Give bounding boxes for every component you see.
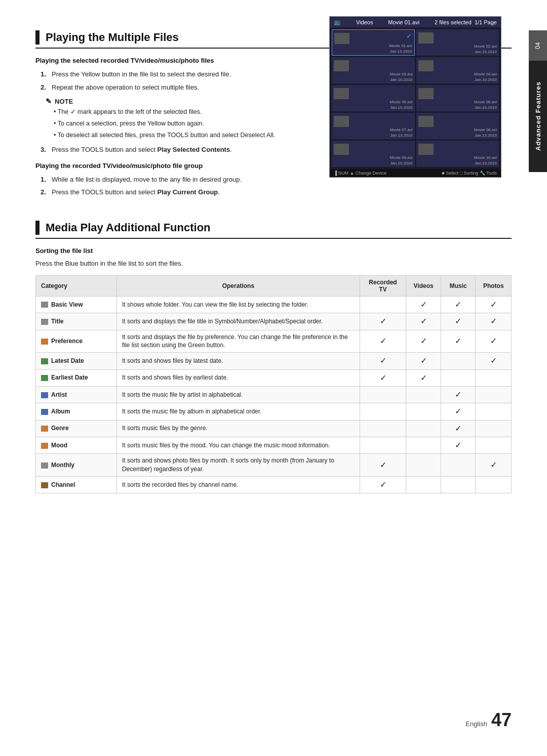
header-recorded-tv: Recorded TV [360, 275, 406, 296]
operations-cell: It sorts music files by the mood. You ca… [116, 437, 360, 454]
music-cell [441, 454, 476, 477]
screenshot-cell: Movie 09.aviJan.10.2010 [332, 141, 415, 167]
sorting-description: Press the Blue button in the file list t… [35, 260, 512, 267]
table-row: Basic View It shows whole folder. You ca… [36, 296, 512, 313]
screenshot-cell: Movie 03.aviJan.10.2010 [332, 57, 415, 83]
category-cell: Artist [36, 386, 117, 403]
subsection2: Playing the recorded TV/video/music/phot… [35, 162, 319, 197]
music-cell: ✓ [441, 403, 476, 420]
cell-text: Movie 09.aviJan.10.2010 [390, 155, 413, 166]
step1-text: Press the Yellow button in the file list… [52, 69, 231, 79]
cell-text: Movie 02.aviJan.10.2010 [474, 44, 497, 55]
operations-cell: It sorts music files by the genre. [116, 420, 360, 437]
category-icon [41, 443, 48, 449]
operations-cell: It sorts and displays the file title in … [116, 313, 360, 330]
thumb [334, 33, 349, 44]
operations-cell: It sorts and displays the file by prefer… [116, 330, 360, 353]
section-bar2 [35, 221, 40, 235]
header-videos: Videos [406, 275, 441, 296]
header-music: Music [441, 275, 476, 296]
category-icon [41, 375, 48, 381]
music-cell [441, 353, 476, 369]
table-row: Genre It sorts music files by the genre.… [36, 420, 512, 437]
photos-cell [476, 437, 512, 454]
photos-cell [476, 403, 512, 420]
thumb [418, 32, 434, 44]
note-icon: ✎ [46, 97, 52, 105]
header-photos: Photos [476, 275, 512, 296]
section-playing-multiple: Playing the Multiple Files Playing the s… [35, 30, 512, 200]
screenshot-header: 📺 Videos Movie 01.avi 2 files selected 1… [330, 17, 501, 27]
table-row: Monthly It sorts and shows photo files b… [36, 454, 512, 477]
screenshot-cell: Movie 05.aviJan.10.2010 [332, 85, 415, 111]
recorded-tv-cell [360, 403, 406, 420]
note-item: To deselect all selected files, press th… [54, 131, 319, 140]
thumb [418, 144, 434, 155]
thumb [334, 88, 349, 99]
videos-cell: ✓ [406, 313, 441, 330]
music-cell: ✓ [441, 313, 476, 330]
note-item-text: The ✓ mark appears to the left of the se… [58, 108, 202, 115]
videos-cell [406, 386, 441, 403]
recorded-tv-cell: ✓ [360, 330, 406, 353]
list-item: 2. Press the TOOLS button and select Pla… [41, 187, 319, 197]
category-cell: Channel [36, 477, 117, 493]
screenshot-footer: ▐ SUM ▲ Change Device ■ Select □ Sorting… [330, 169, 501, 177]
category-icon [41, 426, 48, 432]
screenshot-panel: 📺 Videos Movie 01.avi 2 files selected 1… [329, 57, 501, 200]
music-cell: ✓ [441, 437, 476, 454]
step3-list: 3. Press the TOOLS button and select Pla… [41, 145, 319, 155]
music-cell [441, 477, 476, 493]
section-bar [35, 30, 40, 45]
videos-cell: ✓ [406, 353, 441, 369]
recorded-tv-cell: ✓ [360, 353, 406, 369]
list-item: 1. While a file list is displayed, move … [41, 175, 319, 185]
thumb [418, 116, 434, 127]
section1-title: Playing the Multiple Files [46, 31, 179, 44]
list-item: 1. Press the Yellow button in the file l… [41, 69, 319, 79]
table-row: Channel It sorts the recorded files by c… [36, 477, 512, 493]
screenshot-cell: Movie 02.aviJan.10.2010 [416, 29, 499, 56]
cell-text: Movie 01.aviJan.13.2010 [389, 44, 412, 54]
category-cell: Title [36, 313, 117, 330]
subsection1-steps: 1. Press the Yellow button in the file l… [41, 69, 319, 92]
screenshot-icon: 📺 [334, 19, 341, 25]
cell-text: Movie 08.aviJan.13.2010 [474, 128, 497, 138]
footer-left: ▐ SUM ▲ Change Device [334, 171, 386, 176]
note-item-text: To deselect all selected files, press th… [58, 132, 276, 139]
note-item-text: To cancel a selection, press the Yellow … [58, 120, 204, 127]
table-row: Mood It sorts music files by the mood. Y… [36, 437, 512, 454]
step2-text: Repeat the above operation to select mul… [52, 82, 199, 93]
screenshot-tab: Videos [356, 19, 373, 25]
cell-text: Movie 06.aviJan.10.2010 [474, 100, 497, 110]
cell-text: Movie 03.aviJan.10.2010 [390, 72, 413, 82]
table-row: Title It sorts and displays the file tit… [36, 313, 512, 330]
note-item: The ✓ mark appears to the left of the se… [54, 107, 319, 117]
list-item: 3. Press the TOOLS button and select Pla… [41, 145, 319, 155]
category-cell: Genre [36, 420, 117, 437]
operations-cell: It sorts the recorded files by channel n… [116, 477, 360, 493]
section1-text-col: Playing the selected recorded TV/video/m… [35, 57, 319, 200]
videos-cell [406, 477, 441, 493]
videos-cell [406, 454, 441, 477]
subsection1: Playing the selected recorded TV/video/m… [35, 57, 319, 155]
screenshot-cell: ✓ Movie 01.aviJan.13.2010 [332, 29, 415, 56]
screenshot-cell: Movie 06.aviJan.10.2010 [416, 85, 499, 111]
category-icon [41, 463, 48, 469]
recorded-tv-cell [360, 420, 406, 437]
category-icon [41, 302, 48, 308]
operations-cell: It sorts the music file by album in alph… [116, 403, 360, 420]
page-footer: English 47 [465, 709, 512, 731]
music-cell: ✓ [441, 296, 476, 313]
operations-cell: It sorts and shows files by earliest dat… [116, 369, 360, 386]
category-icon [41, 358, 48, 364]
category-cell: Preference [36, 330, 117, 353]
photos-cell: ✓ [476, 296, 512, 313]
section2-title: Media Play Additional Function [46, 221, 211, 234]
subsection2-title: Playing the recorded TV/video/music/phot… [35, 162, 319, 170]
screenshot-cell: Movie 08.aviJan.13.2010 [416, 113, 499, 139]
photos-cell [476, 386, 512, 403]
list-item: 2. Repeat the above operation to select … [41, 82, 319, 93]
thumb [418, 88, 434, 99]
sorting-section: Sorting the file list Press the Blue but… [35, 247, 512, 494]
